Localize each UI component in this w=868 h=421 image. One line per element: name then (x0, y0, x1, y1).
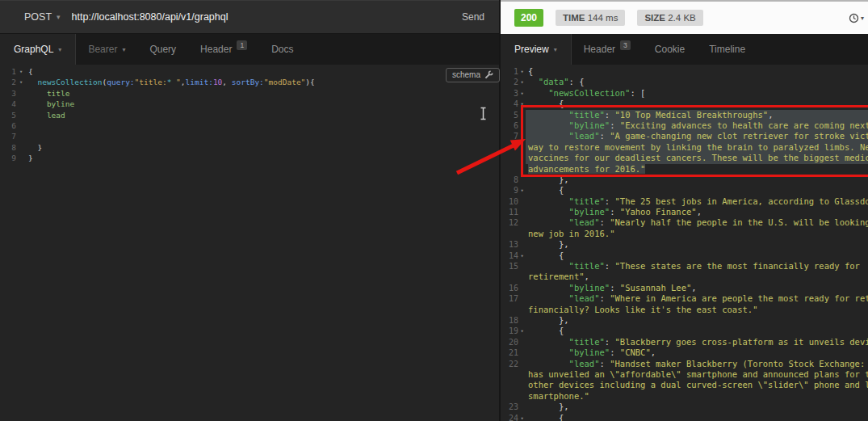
line-number (501, 369, 518, 380)
line-number: 8 (0, 142, 16, 153)
chevron-down-icon: ▾ (122, 46, 125, 53)
tab-timeline[interactable]: Timeline (697, 34, 757, 65)
size-label: SIZE (644, 13, 665, 23)
fold-gutter (518, 305, 526, 315)
code-line: 9▾ { (501, 185, 868, 196)
method-label: POST (24, 11, 52, 23)
code-text: "title": "10 Top Medical Breakthroughs", (526, 110, 868, 120)
line-number: 9 (501, 185, 518, 196)
line-number: 20 (501, 337, 518, 347)
line-number (501, 272, 518, 282)
code-text: financially? Looks like it's the east co… (526, 305, 868, 315)
line-number: 22 (501, 359, 518, 369)
fold-gutter (518, 142, 526, 153)
code-line: 19▾ { (501, 326, 868, 336)
code-line: 24▾ { (501, 413, 868, 421)
code-line: 16 "byline": "Susannah Lee", (501, 283, 868, 293)
fold-arrow-icon[interactable]: ▾ (518, 66, 526, 77)
wrench-icon (484, 70, 493, 79)
line-number (501, 305, 518, 315)
line-number: 2 (501, 77, 518, 87)
line-number: 1 (0, 66, 16, 77)
clock-icon (849, 13, 859, 23)
code-line: 4 byline (0, 99, 499, 109)
line-number: 3 (0, 88, 16, 99)
request-url-bar: POST ▾ http://localhost:8080/api/v1/grap… (0, 0, 499, 34)
code-text: "lead": "Where in America are people the… (526, 293, 868, 304)
tab-graphql[interactable]: GraphQL▾ (0, 34, 76, 65)
line-number: 8 (501, 175, 518, 185)
fold-gutter (518, 261, 526, 272)
fold-gutter (16, 131, 26, 141)
code-text: "byline": "Susannah Lee", (526, 283, 868, 293)
fold-arrow-icon[interactable]: ▾ (518, 326, 526, 336)
fold-gutter (518, 153, 526, 163)
line-number: 12 (501, 217, 518, 228)
time-badge: TIME 144 ms (556, 10, 625, 26)
tab-header[interactable]: Header3 (572, 34, 643, 65)
fold-arrow-icon[interactable]: ▾ (518, 77, 526, 87)
fold-gutter (518, 283, 526, 293)
fold-arrow-icon[interactable]: ▾ (518, 413, 526, 421)
code-line-wrap: way to restore movement by linking the b… (501, 142, 868, 153)
fold-gutter (16, 99, 26, 109)
chevron-down-icon: ▾ (58, 46, 61, 53)
code-text: "byline": "Yahoo Finance", (526, 207, 868, 217)
fold-gutter (518, 347, 526, 358)
method-dropdown[interactable]: POST ▾ (24, 11, 61, 23)
code-line: 5 lead (0, 110, 499, 120)
code-line: 6 "byline": "Exciting advances to health… (501, 120, 868, 131)
code-text: { (526, 413, 868, 421)
fold-arrow-icon[interactable]: ▾ (518, 99, 526, 109)
code-text: newsCollection(query:"title:* ",limit:10… (26, 77, 499, 87)
code-text: "data": { (526, 77, 868, 87)
code-line-wrap: advancements for 2016." (501, 164, 868, 175)
tab-query[interactable]: Query (137, 34, 188, 65)
code-line: 14▾ { (501, 250, 868, 261)
code-line-wrap: has unveiled an \"affordable\" smartphon… (501, 369, 868, 380)
response-preview-editor[interactable]: 1▾{2▾ "data": {3▾ "newsCollection": [4▾ … (501, 65, 868, 421)
fold-arrow-icon[interactable]: ▾ (16, 66, 26, 77)
code-text: }, (526, 402, 868, 412)
fold-gutter (16, 110, 26, 120)
code-text: { (526, 250, 868, 261)
fold-arrow-icon[interactable]: ▾ (518, 250, 526, 261)
line-number: 19 (501, 326, 518, 336)
line-number (501, 380, 518, 390)
line-number: 17 (501, 293, 518, 304)
graphql-query-editor[interactable]: 1▾{2▾ newsCollection(query:"title:* ",li… (0, 65, 499, 421)
code-line: 18 }, (501, 315, 868, 326)
tab-cookie[interactable]: Cookie (643, 34, 697, 65)
line-number (501, 153, 518, 163)
fold-arrow-icon[interactable]: ▾ (518, 185, 526, 196)
line-number: 18 (501, 315, 518, 326)
fold-arrow-icon[interactable]: ▾ (518, 88, 526, 99)
tab-preview[interactable]: Preview▾ (501, 34, 572, 65)
line-number: 2 (0, 77, 16, 87)
tab-header[interactable]: Header1 (188, 34, 259, 65)
code-line: 8 }, (501, 175, 868, 185)
code-text: vaccines for our deadliest cancers. Thes… (526, 153, 868, 163)
line-number (501, 142, 518, 153)
code-line: 2▾ newsCollection(query:"title:* ",limit… (0, 77, 499, 87)
line-number: 5 (0, 110, 16, 120)
code-text: other devices including a dual curved-sc… (526, 380, 868, 390)
tab-label: Timeline (709, 44, 745, 55)
code-line: 2▾ "data": { (501, 77, 868, 87)
send-button[interactable]: Send (462, 11, 484, 23)
fold-gutter (518, 272, 526, 282)
code-text: byline (26, 99, 499, 109)
response-history-dropdown[interactable]: ▾ (849, 13, 864, 23)
fold-gutter (518, 380, 526, 390)
fold-arrow-icon[interactable]: ▾ (16, 77, 26, 87)
tab-bearer[interactable]: Bearer▾ (76, 34, 137, 65)
code-text: "title": "These states are the most fina… (526, 261, 868, 272)
fold-gutter (518, 164, 526, 175)
fold-gutter (518, 369, 526, 380)
time-label: TIME (563, 13, 585, 23)
code-text: { (526, 66, 868, 77)
tab-count-badge: 1 (237, 40, 247, 50)
tab-docs[interactable]: Docs (259, 34, 305, 65)
schema-button[interactable]: schema (446, 68, 500, 82)
url-input[interactable]: http://localhost:8080/api/v1/graphql (72, 11, 462, 23)
